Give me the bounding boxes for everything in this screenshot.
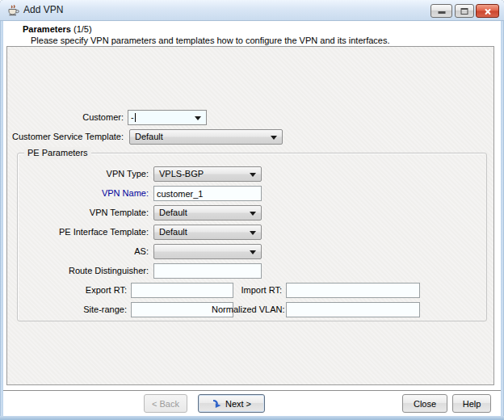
add-vpn-dialog: Add VPN Parameters (1/5) Please specify … xyxy=(0,0,504,420)
chevron-down-icon[interactable] xyxy=(195,116,201,120)
close-button[interactable]: Close xyxy=(402,394,447,413)
pe-interface-template-value: Default xyxy=(159,227,187,237)
step-title-text: Parameters xyxy=(23,24,71,34)
back-button[interactable]: < Back xyxy=(144,394,187,413)
maximize-icon xyxy=(461,8,468,15)
pe-interface-template-combobox[interactable]: Default xyxy=(153,225,262,240)
button-bar-separator xyxy=(3,390,501,392)
customer-service-template-value: Default xyxy=(135,132,163,141)
maximize-button[interactable] xyxy=(455,4,474,18)
next-button[interactable]: Next > xyxy=(198,394,265,413)
customer-combobox[interactable]: - xyxy=(128,110,207,125)
as-combobox[interactable] xyxy=(153,244,262,259)
vpn-type-combobox[interactable]: VPLS-BGP xyxy=(153,166,262,182)
site-range-label: Site-range: xyxy=(34,302,127,317)
normalized-vlan-label: Normalized VLAN: xyxy=(212,302,282,317)
route-distinguisher-label: Route Distinguisher: xyxy=(34,263,149,279)
minimize-icon xyxy=(438,11,445,14)
import-rt-input[interactable] xyxy=(286,283,420,298)
import-rt-label: Import RT: xyxy=(212,283,282,298)
customer-service-template-label: Customer Service Template: xyxy=(7,129,124,145)
window-border-bottom xyxy=(0,416,504,420)
vpn-template-combobox[interactable]: Default xyxy=(153,205,262,220)
route-distinguisher-input[interactable] xyxy=(153,263,262,279)
next-arrow-icon xyxy=(212,399,222,409)
java-app-icon xyxy=(6,4,19,17)
vpn-type-value: VPLS-BGP xyxy=(159,169,204,178)
wizard-step-description: Please specify VPN parameters and templa… xyxy=(31,36,390,45)
step-counter: (1/5) xyxy=(74,24,92,34)
window-title: Add VPN xyxy=(23,0,63,20)
customer-service-template-combobox[interactable]: Default xyxy=(129,129,283,145)
vpn-template-label: VPN Template: xyxy=(34,205,149,220)
pe-interface-template-label: PE Interface Template: xyxy=(34,225,149,240)
chevron-down-icon xyxy=(250,173,256,177)
window-border-right xyxy=(501,21,504,420)
pe-parameters-group: PE Parameters VPN Type: VPLS-BGP VPN Nam… xyxy=(17,153,487,321)
customer-combobox-value: - xyxy=(131,112,134,122)
close-window-button[interactable] xyxy=(476,4,499,18)
normalized-vlan-input[interactable] xyxy=(286,302,420,317)
text-caret xyxy=(135,113,136,122)
parameters-panel: Customer: - Customer Service Template: D… xyxy=(6,46,494,385)
next-button-label: Next > xyxy=(225,399,251,409)
close-icon xyxy=(483,6,492,15)
vpn-type-label: VPN Type: xyxy=(34,166,149,182)
dialog-body: Parameters (1/5) Please specify VPN para… xyxy=(3,21,501,416)
chevron-down-icon xyxy=(250,231,256,235)
title-bar[interactable]: Add VPN xyxy=(0,0,504,21)
help-button[interactable]: Help xyxy=(452,394,491,413)
chevron-down-icon xyxy=(250,250,256,254)
pe-parameters-group-title: PE Parameters xyxy=(24,147,91,159)
chevron-down-icon xyxy=(250,212,256,216)
as-label: AS: xyxy=(34,244,149,259)
vpn-template-value: Default xyxy=(159,208,187,217)
minimize-button[interactable] xyxy=(430,4,452,18)
vpn-name-input[interactable] xyxy=(153,186,262,201)
customer-label: Customer: xyxy=(15,110,124,125)
vpn-name-label: VPN Name: xyxy=(34,186,149,201)
export-rt-label: Export RT: xyxy=(34,283,127,298)
chevron-down-icon xyxy=(271,136,277,140)
wizard-step-title: Parameters (1/5) xyxy=(23,24,92,34)
